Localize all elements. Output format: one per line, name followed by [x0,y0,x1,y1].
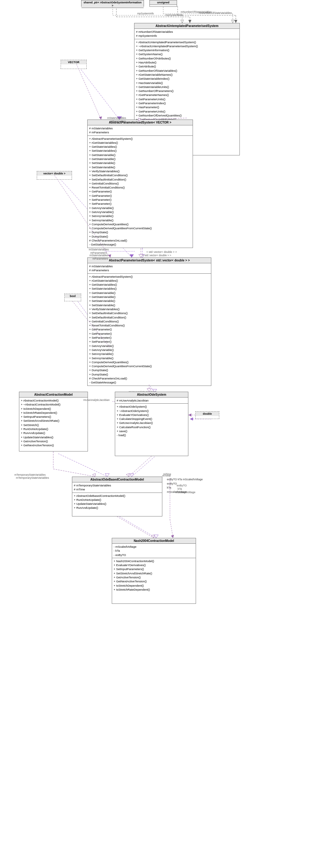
svg-marker-63 [108,254,111,257]
abstract-parameterised-vector-title: AbstractParameterisedSystem< VECTOR > [88,120,193,125]
abstract-parameterised-vector-box: AbstractParameterisedSystem< VECTOR > # … [87,120,193,248]
double-title: double [196,412,219,416]
abstract-ode-based-contraction-methods: + AbstractOdeBasedContractionModel() + R… [72,493,162,511]
abstract-parameterised-std-vector-box: AbstractParameterisedSystem< std::vector… [87,257,211,386]
vector-box: VECTOR [61,60,87,69]
eo-by-to-label: eoByTO kTa mScaledVoltage eoByTO kTa mSc… [167,477,207,494]
nash2004-contraction-methods: + Nash2004ContractionModel() + EvaluateY… [112,558,196,592]
svg-marker-47 [181,20,184,23]
svg-line-25 [132,457,154,476]
svg-marker-80 [126,473,129,476]
svg-line-27 [119,517,156,538]
svg-marker-69 [147,389,151,392]
svg-text:mTime: mTime [163,473,171,476]
abstract-ode-system-box: AbstractOdeSystem # mUseAnalyticJacobian… [115,392,188,456]
svg-text:mTime: mTime [162,474,171,477]
svg-text:mNumberOfStateVariables: mNumberOfStateVariables [181,10,212,13]
svg-marker-52 [231,20,234,23]
svg-marker-82 [151,535,154,538]
svg-marker-3 [188,20,192,23]
svg-text:mpSystemInfo: mpSystemInfo [165,13,183,17]
svg-marker-85 [171,535,174,538]
nash2004-contraction-title: Nash2004ContractionModel [112,538,196,544]
shared-ptr-box: shared_ptr< AbstractOdeSystemInformation… [81,0,144,7]
svg-text:mStateVariables: mStateVariables [107,117,126,120]
abstract-parameterised-vector-attrs: # mStateVariables # mParameters [88,125,193,136]
svg-text:mpSystemInfo: mpSystemInfo [137,12,154,15]
svg-marker-59 [99,117,102,120]
abstract-parameterised-std-vector-title: AbstractParameterisedSystem< std::vector… [88,258,211,263]
nash2004-contraction-box: Nash2004ContractionModel - mScaledVoltag… [112,538,196,604]
svg-line-79 [129,456,151,476]
abstract-untemplated-attrs: # mNumberOfStateVariables # mpSystemInfo [134,29,239,39]
abstract-ode-system-attrs: # mUseAnalyticJacobian [115,398,188,404]
abstract-ode-based-contraction-title: AbstractOdeBasedContractionModel [72,477,162,483]
vector-double-title: vector< double > [37,171,72,176]
svg-line-19 [150,386,154,392]
abstract-ode-based-contraction-attrs: # mTemporaryStateVariables # mTime [72,483,162,493]
svg-text:< std::vector< double > >: < std::vector< double > > [142,254,171,257]
svg-marker-7 [234,20,237,23]
svg-marker-74 [188,413,192,416]
vector-double-box: vector< double > [37,171,72,180]
abstract-contraction-model-title: AbstractContractionModel [19,392,88,398]
svg-text:mTemporaryStateVariables: mTemporaryStateVariables [14,473,46,476]
bool-title: bool [65,294,81,298]
svg-line-84 [170,520,173,538]
svg-marker-15 [130,254,134,257]
svg-text:mTemporaryStateVariables: mTemporaryStateVariables [16,476,49,479]
abstract-ode-based-contraction-box: AbstractOdeBasedContractionModel # mTemp… [72,476,162,517]
svg-marker-26 [130,473,134,476]
svg-line-8 [76,64,119,120]
bool-box: bool [64,293,81,301]
unsigned-box: unsigned [149,0,177,7]
diagram-container: mStateVariables mParameters < std::vecto… [0,0,309,868]
svg-text:< std::vector< double > >: < std::vector< double > > [146,250,177,253]
abstract-untemplated-title: AbstractUntemplatedParameterisedSystem [134,23,239,29]
abstract-contraction-model-box: AbstractContractionModel + AbstractContr… [19,392,88,452]
svg-text:mParameters: mParameters [90,251,107,254]
svg-marker-28 [154,535,158,538]
abstract-parameterised-std-vector-methods: + AbstractParameterisedSystem() + rGetSt… [88,274,211,385]
abstract-contraction-model-methods: + AbstractContractionModel() + ~Abstract… [19,398,88,448]
shared-ptr-title: shared_ptr< AbstractOdeSystemInformation… [81,0,144,8]
svg-line-23 [58,454,107,476]
abstract-parameterised-std-vector-attrs: # mStateVariables # mParameters [88,263,211,274]
svg-marker-9 [117,117,122,120]
nash2004-contraction-attrs: - mScaledVoltage - kTa - eoByTO [112,544,196,558]
svg-marker-61 [139,254,143,257]
svg-marker-24 [105,473,109,476]
abstract-ode-system-title: AbstractOdeSystem [115,392,188,398]
vector-title: VECTOR [61,60,87,64]
svg-marker-78 [93,473,96,476]
unsigned-title: unsigned [150,0,177,5]
svg-text:mStateVariables: mStateVariables [89,248,109,251]
double-box: double [195,411,219,419]
svg-line-77 [53,469,95,476]
abstract-parameterised-vector-methods: + AbstractParameterisedSystem() + rGetSt… [88,136,193,248]
svg-marker-17 [140,254,144,257]
svg-text:mStateVariables: mStateVariables [90,254,108,257]
svg-line-81 [117,517,154,538]
svg-text:mNumberOfStateVariables: mNumberOfStateVariables [199,11,232,14]
svg-marker-22 [190,417,193,421]
svg-line-58 [76,64,101,120]
abstract-ode-system-methods: + AbstractOdeSystem() + ~AbstractOdeSyst… [115,404,188,438]
